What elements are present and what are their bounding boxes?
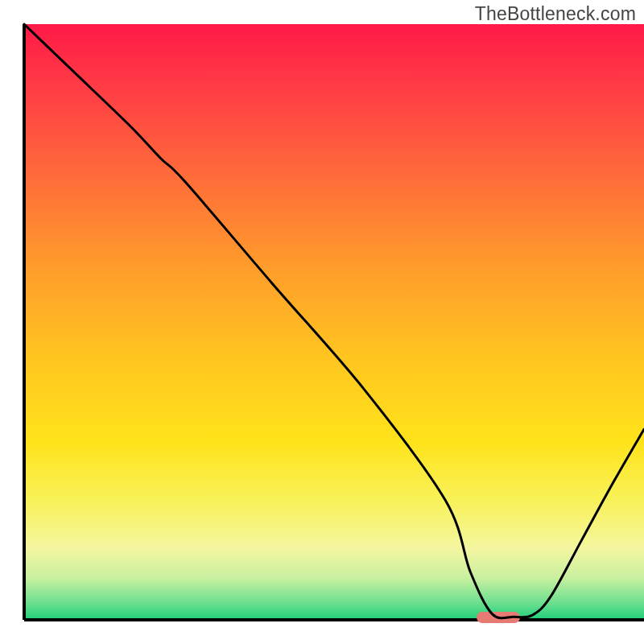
chart-container: TheBottleneck.com <box>0 0 644 644</box>
chart-svg <box>0 0 644 644</box>
